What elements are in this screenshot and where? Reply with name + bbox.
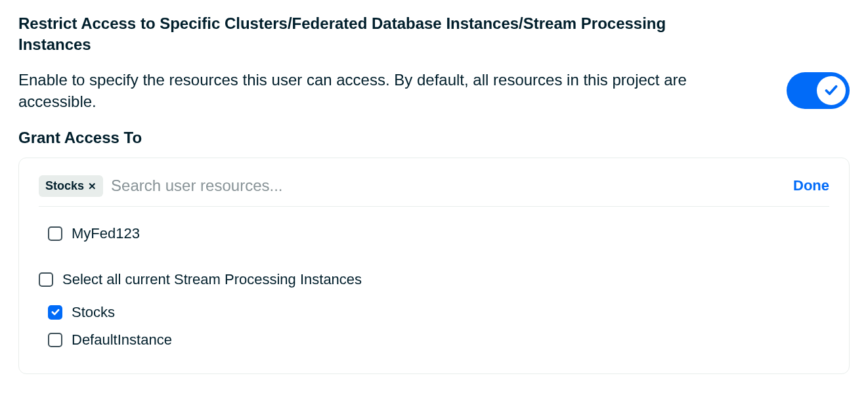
checkbox-unchecked[interactable] bbox=[48, 226, 62, 241]
toggle-knob bbox=[817, 76, 846, 105]
description-text: Enable to specify the resources this use… bbox=[18, 69, 708, 113]
resource-item[interactable]: Stocks bbox=[39, 299, 829, 326]
description-row: Enable to specify the resources this use… bbox=[18, 69, 850, 113]
chip-remove-icon[interactable]: ✕ bbox=[88, 181, 97, 191]
resource-label: DefaultInstance bbox=[72, 331, 172, 349]
selected-chip[interactable]: Stocks ✕ bbox=[39, 175, 103, 197]
resource-item[interactable]: DefaultInstance bbox=[39, 326, 829, 354]
section-title: Restrict Access to Specific Clusters/Fed… bbox=[18, 13, 741, 56]
grant-access-title: Grant Access To bbox=[18, 129, 850, 147]
checkmark-icon bbox=[51, 307, 60, 317]
resource-label: MyFed123 bbox=[72, 225, 140, 242]
search-row: Stocks ✕ Done bbox=[39, 170, 829, 207]
grant-access-card: Stocks ✕ Done MyFed123 Select all curren… bbox=[18, 158, 850, 374]
resource-item[interactable]: MyFed123 bbox=[39, 220, 829, 247]
checkmark-icon bbox=[825, 84, 838, 97]
checkbox-unchecked[interactable] bbox=[39, 272, 53, 287]
restrict-access-toggle[interactable] bbox=[787, 72, 850, 109]
checkbox-checked[interactable] bbox=[48, 305, 62, 320]
checkbox-unchecked[interactable] bbox=[48, 333, 62, 347]
group-item[interactable]: Select all current Stream Processing Ins… bbox=[39, 266, 829, 293]
group-label: Select all current Stream Processing Ins… bbox=[62, 271, 362, 288]
done-button[interactable]: Done bbox=[793, 177, 829, 194]
resource-label: Stocks bbox=[72, 304, 115, 321]
chip-label: Stocks bbox=[45, 179, 84, 193]
search-input[interactable] bbox=[111, 177, 785, 195]
